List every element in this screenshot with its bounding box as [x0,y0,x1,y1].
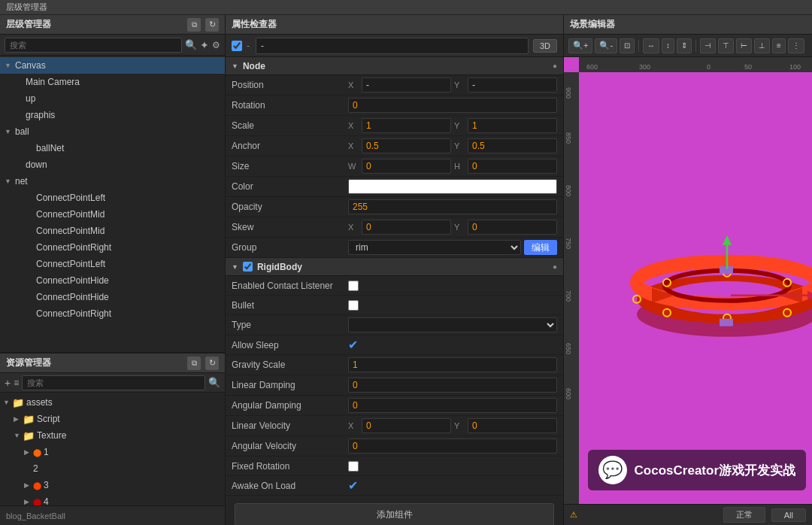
label-y-scale: Y [454,121,465,130]
skew-x-input[interactable] [362,220,451,235]
add-component-btn[interactable]: 添加组件 [235,503,554,525]
scene-align-5[interactable]: ≡ [772,38,786,53]
asset-item-assets[interactable]: ▼ 📁 assets [0,394,225,411]
layer-add-btn[interactable]: ✦ [200,39,209,51]
scale-x-input[interactable] [362,118,451,133]
tree-item-cp-hide1[interactable]: ConnectPointHide [0,272,225,289]
asset-item-2[interactable]: 2 [0,460,225,477]
tree-item-cp-left2[interactable]: ConnectPointLeft [0,256,225,272]
prop-value-position: X Y [348,77,557,93]
scale-y-input[interactable] [468,118,557,133]
asset-copy-btn[interactable]: ⧉ [187,357,201,370]
anchor-x-input[interactable] [362,138,451,153]
group-select[interactable]: rim [348,240,521,255]
asset-item-texture[interactable]: ▼ 📁 Texture [0,427,225,444]
asset-manager-panel: 资源管理器 ⧉ ↻ + ≡ 🔍 ▼ 📁 assets [0,352,225,525]
size-w-input[interactable] [362,159,451,174]
asset-item-1[interactable]: ▶ ⬤ 1 [0,444,225,460]
scene-tool-3[interactable]: ⇕ [677,38,692,53]
node-section-header[interactable]: ▼ Node ● [226,57,563,75]
allow-sleep-checkmark[interactable]: ✔ [348,338,358,352]
property-inspector-header: 属性检查器 [226,15,563,35]
layer-search-btn[interactable]: 🔍 [185,39,197,50]
scene-align-3[interactable]: ⊢ [736,38,752,53]
linear-damping-input[interactable] [348,378,557,393]
angular-velocity-input[interactable] [348,439,557,454]
btn-3d[interactable]: 3D [533,39,557,53]
label-linear-damping: Linear Damping [232,380,348,390]
scene-canvas[interactable]: 600 300 0 50 100 150 200 250 300 350 400… [564,57,812,504]
tree-item-cp-hide2[interactable]: ConnectPointHide [0,289,225,305]
scene-tool-zoom-in[interactable]: 🔍+ [568,38,592,53]
asset-list-btn[interactable]: ≡ [14,378,19,388]
tree-item-up[interactable]: up [0,90,225,107]
layer-copy-btn[interactable]: ⧉ [187,18,201,32]
node-enable-checkbox[interactable] [232,41,242,51]
rigidbody-section-header[interactable]: ▼ RigidBody ● [226,258,563,276]
tree-item-main-camera[interactable]: Main Camera [0,74,225,90]
asset-add-btn[interactable]: + [5,377,11,389]
skew-y-input[interactable] [468,220,557,235]
scene-align-1[interactable]: ⊣ [700,38,716,53]
tree-item-cp-left1[interactable]: ConnectPointLeft [0,190,225,206]
scene-align-6[interactable]: ⋮ [788,38,804,53]
size-h-input[interactable] [468,159,557,174]
scene-tool-2[interactable]: ↕ [662,38,674,53]
tree-item-down[interactable]: down [0,156,225,173]
prop-value-color [348,179,557,194]
node-name-input[interactable] [256,38,529,54]
tree-item-graphis[interactable]: graphis [0,107,225,123]
scene-editor-header: 场景编辑器 [564,15,812,35]
tree-item-ballnet[interactable]: ballNet [0,140,225,156]
scene-tool-zoom-out[interactable]: 🔍- [595,38,617,53]
scene-align-4[interactable]: ⊥ [754,38,770,53]
layer-search-input[interactable] [5,38,182,53]
rotation-input[interactable] [348,98,557,113]
linear-velocity-x-input[interactable] [362,418,451,433]
linear-velocity-y-input[interactable] [468,418,557,433]
prop-top-bar: - 3D [226,35,563,57]
asset-search-btn[interactable]: 🔍 [208,377,220,388]
group-edit-btn[interactable]: 编辑 [524,240,557,255]
scene-tool-fit[interactable]: ⊡ [620,38,635,53]
position-y-input[interactable] [468,77,557,93]
tree-item-net[interactable]: ▼ net [0,173,225,190]
scene-tool-1[interactable]: ↔ [643,38,659,53]
tree-item-canvas[interactable]: ▼ Canvas [0,57,225,74]
btn-all[interactable]: All [771,508,806,522]
asset-search-bar: + ≡ 🔍 [0,373,225,393]
layer-refresh-btn[interactable]: ↻ [205,18,219,32]
gravity-scale-input[interactable] [348,357,557,372]
prop-row-type: Type [226,315,563,335]
tree-item-cp-right2[interactable]: ConnectPointRight [0,305,225,322]
label-main-camera: Main Camera [26,77,80,87]
asset-refresh-btn[interactable]: ↻ [205,357,219,370]
ecl-checkbox[interactable] [348,281,359,291]
fixed-rotation-checkbox[interactable] [348,461,359,472]
tree-item-ball[interactable]: ▼ ball [0,123,225,140]
bullet-checkbox[interactable] [348,300,359,311]
asset-item-3[interactable]: ▶ ⬤ 3 [0,477,225,493]
opacity-input[interactable] [348,199,557,214]
dash-label: - [247,41,250,51]
tree-item-cp-mid2[interactable]: ConnectPointMid [0,223,225,239]
rigidbody-enable-checkbox[interactable] [243,262,253,272]
label-tex4: 4 [44,496,49,505]
color-swatch[interactable] [348,179,557,194]
asset-search-input[interactable] [22,375,205,390]
anchor-y-input[interactable] [468,138,557,153]
angular-damping-input[interactable] [348,398,557,413]
awake-on-load-checkmark[interactable]: ✔ [348,478,358,493]
scene-align-2[interactable]: ⊤ [718,38,734,53]
label-opacity: Opacity [232,202,348,212]
btn-normal[interactable]: 正常 [723,507,765,523]
asset-item-4[interactable]: ▶ ⬤ 4 [0,493,225,505]
type-select[interactable] [348,317,557,332]
asset-item-script[interactable]: ▶ 📁 Script [0,411,225,427]
position-x-input[interactable] [362,77,451,93]
menu-item-layer[interactable]: 层级管理器 [6,2,47,13]
layer-settings-btn[interactable]: ⚙ [212,40,220,50]
tree-item-cp-right1[interactable]: ConnectPointRight [0,239,225,256]
tree-item-cp-mid1[interactable]: ConnectPointMid [0,206,225,223]
label-scale: Scale [232,120,348,131]
